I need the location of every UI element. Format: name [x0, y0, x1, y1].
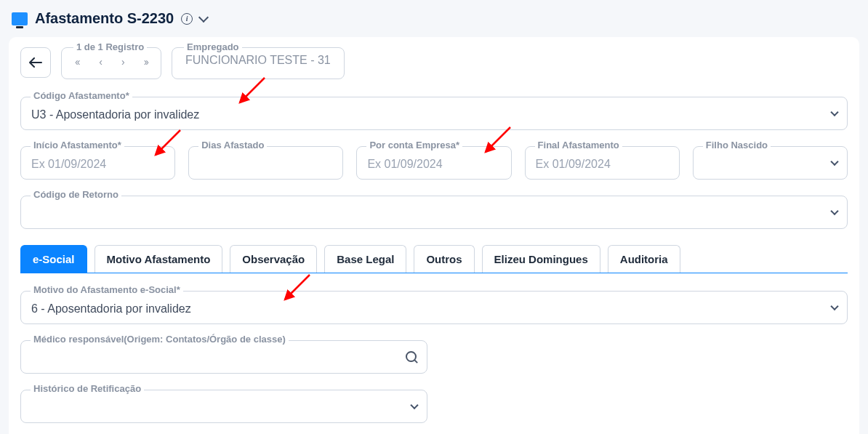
- pager-next-button[interactable]: ›: [121, 56, 124, 68]
- historico-retificacao-label: Histórico de Retificação: [31, 383, 144, 394]
- por-conta-empresa-input[interactable]: Ex 01/09/2024: [356, 146, 511, 180]
- motivo-esocial-label: Motivo do Afastamento e-Social*: [31, 284, 183, 295]
- pager-prev-button[interactable]: ‹: [99, 56, 101, 68]
- codigo-afastamento-wrap: Código Afastamento* U3 - Aposentadoria p…: [20, 97, 848, 130]
- pager-label: 1 de 1 Registro: [73, 41, 147, 52]
- empregado-label: Empregado: [184, 41, 242, 52]
- codigo-retorno-wrap: Código de Retorno: [20, 196, 848, 229]
- tabs-bar: e-Social Motivo Afastamento Observação B…: [20, 245, 848, 273]
- tab-motivo-afastamento[interactable]: Motivo Afastamento: [95, 245, 223, 273]
- tab-auditoria[interactable]: Auditoria: [608, 245, 680, 273]
- info-icon[interactable]: i: [181, 13, 193, 25]
- pager-first-button[interactable]: ‹‹: [75, 56, 79, 68]
- dias-afastado-label: Dias Afastado: [198, 140, 267, 150]
- monitor-icon: [12, 12, 28, 25]
- tab-base-legal[interactable]: Base Legal: [324, 245, 406, 273]
- chevron-down-icon[interactable]: [198, 12, 209, 22]
- por-conta-empresa-label: Por conta Empresa*: [366, 140, 462, 150]
- inicio-afastamento-placeholder: Ex 01/09/2024: [31, 158, 106, 171]
- motivo-esocial-select[interactable]: 6 - Aposentadoria por invalidez: [20, 291, 848, 324]
- tab-observacao[interactable]: Observação: [230, 245, 317, 273]
- por-conta-empresa-wrap: Por conta Empresa* Ex 01/09/2024: [356, 146, 511, 180]
- tab-esocial[interactable]: e-Social: [20, 245, 87, 273]
- inicio-afastamento-input[interactable]: Ex 01/09/2024: [20, 146, 175, 180]
- codigo-retorno-label: Código de Retorno: [31, 189, 121, 200]
- motivo-esocial-value: 6 - Aposentadoria por invalidez: [31, 302, 191, 316]
- filho-nascido-select[interactable]: [693, 146, 848, 180]
- pager-box: 1 de 1 Registro ‹‹ ‹ › ››: [61, 47, 161, 79]
- pager-last-button[interactable]: ››: [144, 56, 148, 68]
- medico-label: Médico responsável(Origem: Contatos/Órgã…: [31, 334, 289, 345]
- final-afastamento-label: Final Afastamento: [535, 140, 622, 150]
- historico-retificacao-wrap: Histórico de Retificação: [20, 390, 427, 423]
- empregado-box: Empregado FUNCIONARIO TESTE - 31: [172, 47, 345, 79]
- page-header: Afastamento S-2230 i: [9, 6, 859, 37]
- dias-afastado-input[interactable]: [188, 146, 343, 180]
- tab-elizeu-domingues[interactable]: Elizeu Domingues: [482, 245, 600, 273]
- historico-retificacao-select[interactable]: [20, 390, 427, 423]
- inicio-afastamento-label: Início Afastamento*: [31, 140, 124, 150]
- medico-search-input[interactable]: [20, 340, 427, 374]
- codigo-afastamento-value: U3 - Aposentadoria por invalidez: [31, 108, 199, 121]
- tab-outros[interactable]: Outros: [414, 245, 474, 273]
- search-icon: [406, 351, 417, 363]
- medico-wrap: Médico responsável(Origem: Contatos/Órgã…: [20, 340, 427, 374]
- form-card: 1 de 1 Registro ‹‹ ‹ › ›› Empregado FUNC…: [9, 37, 859, 434]
- final-afastamento-input[interactable]: Ex 01/09/2024: [525, 146, 680, 180]
- motivo-esocial-wrap: Motivo do Afastamento e-Social* 6 - Apos…: [20, 291, 848, 324]
- back-button[interactable]: [20, 47, 51, 78]
- final-afastamento-placeholder: Ex 01/09/2024: [536, 158, 611, 171]
- page-title: Afastamento S-2230: [35, 10, 174, 27]
- inicio-afastamento-wrap: Início Afastamento* Ex 01/09/2024: [20, 146, 175, 180]
- filho-nascido-label: Filho Nascido: [703, 140, 771, 150]
- empregado-value: FUNCIONARIO TESTE - 31: [185, 51, 331, 67]
- arrow-left-icon: [29, 57, 42, 68]
- filho-nascido-wrap: Filho Nascido: [693, 146, 848, 180]
- codigo-afastamento-label: Código Afastamento*: [31, 90, 132, 101]
- final-afastamento-wrap: Final Afastamento Ex 01/09/2024: [525, 146, 680, 180]
- codigo-retorno-select[interactable]: [20, 196, 848, 229]
- por-conta-empresa-placeholder: Ex 01/09/2024: [367, 158, 442, 171]
- codigo-afastamento-select[interactable]: U3 - Aposentadoria por invalidez: [20, 97, 848, 130]
- dias-afastado-wrap: Dias Afastado: [188, 146, 343, 180]
